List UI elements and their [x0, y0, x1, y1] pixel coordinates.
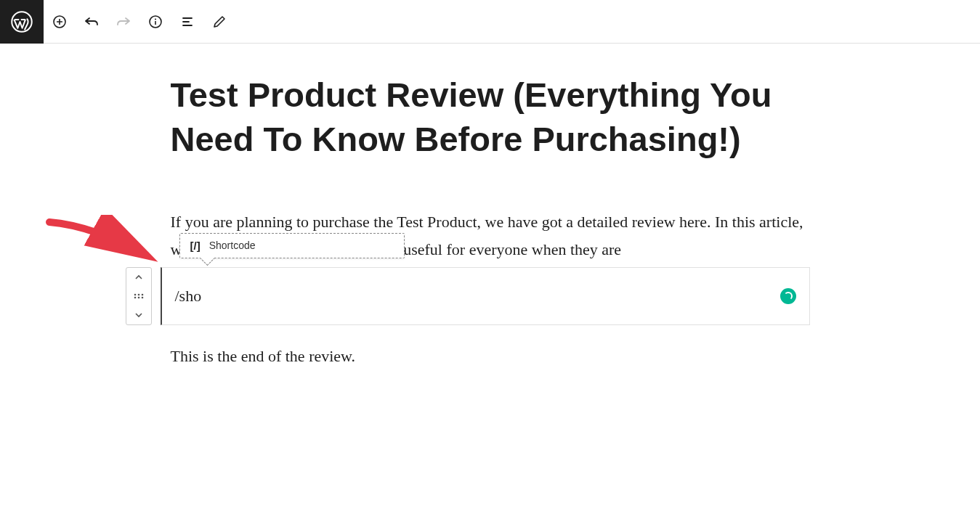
wordpress-logo[interactable] [0, 0, 44, 44]
pencil-icon [211, 13, 228, 30]
drag-icon [133, 293, 145, 300]
info-button[interactable] [139, 6, 171, 38]
annotation-arrow [42, 215, 158, 273]
editor-content: Test Product Review (Everything You Need… [171, 44, 810, 369]
info-icon [147, 13, 164, 30]
svg-point-9 [137, 297, 139, 299]
svg-point-6 [137, 294, 139, 296]
wordpress-icon [11, 11, 33, 33]
redo-button [108, 6, 139, 38]
chevron-down-icon [134, 310, 144, 320]
redo-icon [115, 13, 132, 30]
move-up-button[interactable] [126, 268, 151, 287]
drag-handle[interactable] [126, 287, 151, 306]
shortcode-icon: [/] [190, 240, 201, 252]
add-block-button[interactable] [44, 6, 76, 38]
post-title[interactable]: Test Product Review (Everything You Need… [171, 73, 810, 161]
block-suggestion-popup[interactable]: [/] Shortcode [179, 233, 405, 258]
svg-point-3 [155, 18, 156, 20]
plus-circle-icon [51, 13, 68, 30]
svg-point-10 [141, 297, 143, 299]
undo-icon [83, 13, 100, 30]
svg-point-5 [134, 294, 136, 296]
list-icon [179, 13, 196, 30]
loading-indicator [780, 288, 796, 304]
block-input-text[interactable]: /sho [175, 287, 202, 306]
suggestion-label: Shortcode [209, 240, 256, 251]
svg-point-8 [134, 297, 136, 299]
chevron-up-icon [134, 272, 144, 282]
outline-button[interactable] [171, 6, 203, 38]
toolbar-buttons [44, 6, 235, 38]
editor-toolbar [0, 0, 980, 44]
undo-button[interactable] [76, 6, 108, 38]
move-down-button[interactable] [126, 306, 151, 324]
loading-arc-icon [784, 292, 793, 301]
paragraph-block[interactable]: This is the end of the review. [171, 343, 810, 369]
block-input[interactable]: [/] Shortcode /sho [161, 267, 810, 325]
tools-button[interactable] [203, 6, 235, 38]
active-block: [/] Shortcode /sho [126, 267, 810, 325]
svg-point-7 [141, 294, 143, 296]
block-mover [126, 267, 152, 325]
